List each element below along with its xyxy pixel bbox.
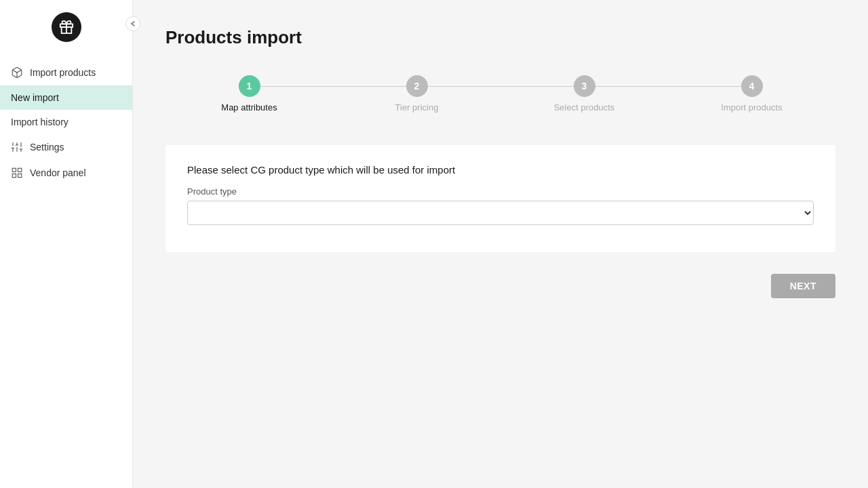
sidebar-item-vendor-panel[interactable]: Vendor panel	[0, 160, 132, 186]
step-3: 3Select products	[500, 75, 668, 113]
form-heading: Please select CG product type which will…	[187, 164, 814, 176]
next-button[interactable]: NEXT	[771, 274, 835, 298]
footer-actions: NEXT	[165, 274, 835, 298]
sidebar-item-import-products[interactable]: Import products	[0, 60, 132, 85]
step-circle-1: 1	[239, 75, 260, 97]
sidebar-item-import-history-label: Import history	[11, 117, 68, 127]
svg-rect-15	[12, 174, 16, 178]
sidebar-item-import-products-label: Import products	[30, 67, 96, 78]
sliders-icon	[11, 141, 23, 153]
step-label-2: Tier pricing	[395, 102, 439, 113]
step-label-3: Select products	[554, 102, 615, 113]
step-label-1: Map attributes	[221, 102, 277, 113]
sidebar-item-new-import-label: New import	[11, 92, 59, 103]
step-1: 1Map attributes	[165, 75, 333, 113]
logo-area	[0, 0, 132, 54]
step-circle-3: 3	[574, 75, 595, 97]
form-section: Please select CG product type which will…	[165, 145, 835, 252]
step-circle-4: 4	[741, 75, 763, 97]
svg-rect-12	[12, 168, 16, 171]
product-type-select[interactable]	[187, 201, 814, 225]
main-content: Products import 1Map attributes2Tier pri…	[133, 0, 868, 488]
sidebar: Import products New import Import histor…	[0, 0, 133, 488]
sidebar-item-import-history[interactable]: Import history	[0, 110, 132, 134]
sidebar-item-new-import[interactable]: New import	[0, 85, 132, 110]
grid-icon	[11, 167, 23, 179]
svg-rect-14	[18, 174, 22, 178]
box-icon	[11, 66, 23, 79]
stepper: 1Map attributes2Tier pricing3Select prod…	[165, 75, 835, 113]
sidebar-collapse-button[interactable]	[125, 16, 140, 31]
step-circle-2: 2	[406, 75, 428, 97]
step-2: 2Tier pricing	[333, 75, 500, 113]
product-type-group: Product type	[187, 186, 814, 225]
logo-icon	[52, 12, 81, 42]
page-title: Products import	[165, 27, 835, 48]
svg-rect-13	[18, 168, 22, 171]
sidebar-nav: Import products New import Import histor…	[0, 54, 132, 191]
sidebar-item-settings[interactable]: Settings	[0, 134, 132, 160]
step-4: 4Import products	[668, 75, 835, 113]
step-label-4: Import products	[721, 102, 782, 113]
sidebar-item-vendor-panel-label: Vendor panel	[30, 167, 86, 178]
sidebar-item-settings-label: Settings	[30, 142, 64, 152]
product-type-label: Product type	[187, 186, 814, 197]
